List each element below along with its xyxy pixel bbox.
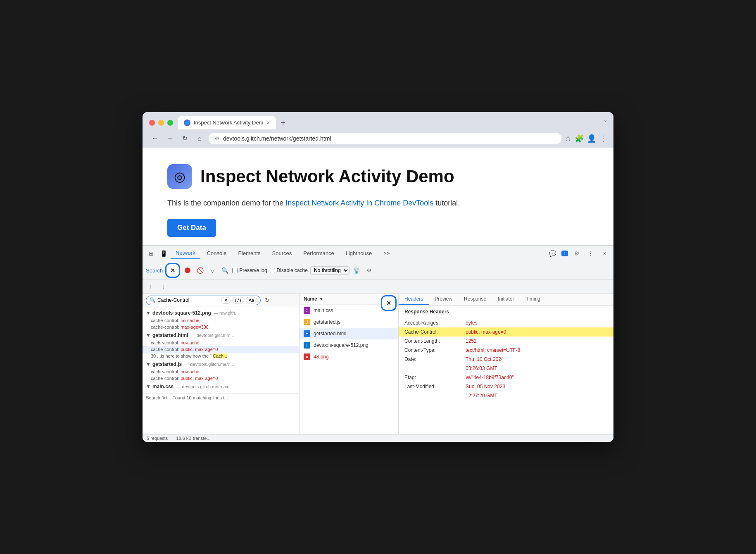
header-key-lm-empty bbox=[404, 393, 462, 399]
traffic-light-green[interactable] bbox=[167, 120, 173, 126]
tab-initiator[interactable]: Initiator bbox=[492, 294, 520, 305]
tab-performance[interactable]: Performance bbox=[298, 248, 339, 259]
url-security-icon: ⚙ bbox=[214, 135, 220, 142]
file-item-getstarted-js[interactable]: J getstarted.js bbox=[300, 316, 398, 328]
tab-preview[interactable]: Preview bbox=[429, 294, 458, 305]
file-list-sort-icon[interactable]: ▼ bbox=[319, 296, 324, 302]
regex-chip[interactable]: (.*) bbox=[232, 297, 244, 303]
case-chip[interactable]: Aa bbox=[246, 297, 257, 303]
value-h1: no-cache bbox=[181, 340, 199, 345]
device-mode-icon[interactable]: 📱 bbox=[158, 248, 169, 259]
search-network-icon[interactable]: 🔍 bbox=[220, 265, 230, 275]
extensions-icon[interactable]: 🧩 bbox=[575, 134, 584, 143]
disable-cache-checkbox[interactable] bbox=[270, 268, 275, 273]
group-css-arrow: ▼ bbox=[146, 384, 151, 389]
search-group-png-header[interactable]: ▼ devtools-square-512.png — raw.gith... bbox=[143, 309, 299, 317]
key-h1: cache-control: bbox=[151, 340, 181, 345]
filter-icon[interactable]: ▽ bbox=[207, 265, 217, 275]
get-data-button[interactable]: Get Data bbox=[167, 219, 216, 237]
back-button[interactable]: ← bbox=[149, 133, 161, 144]
search-group-css: ▼ main.css — devtools.glitch.me/main... bbox=[143, 382, 299, 391]
devtools-messages-icon: 💬 bbox=[547, 248, 558, 259]
file-item-png-512[interactable]: I devtools-square-512.png bbox=[300, 339, 398, 351]
regex-chip-text: (.*) bbox=[235, 298, 241, 303]
bookmark-icon[interactable]: ☆ bbox=[565, 134, 571, 143]
tab-more[interactable]: >> bbox=[378, 248, 395, 259]
record-stop-icon[interactable] bbox=[183, 265, 193, 275]
clear-icon[interactable]: 🚫 bbox=[195, 265, 205, 275]
reload-button[interactable]: ↻ bbox=[179, 133, 190, 144]
devtools-tutorial-link[interactable]: Inspect Network Activity In Chrome DevTo… bbox=[285, 199, 435, 207]
search-group-js: ▼ getstarted.js — devtools.glitch.me/n..… bbox=[143, 360, 299, 382]
new-tab-button[interactable]: + bbox=[278, 117, 289, 129]
browser-more-icon[interactable]: ⋮ bbox=[599, 134, 607, 143]
tab-network[interactable]: Network bbox=[171, 247, 200, 259]
header-value-last-modified: Sun, 05 Nov 2023 bbox=[466, 384, 608, 389]
export-har-icon[interactable]: ↓ bbox=[158, 282, 168, 291]
preserve-log-checkbox[interactable] bbox=[232, 268, 238, 273]
description-after: tutorial. bbox=[435, 199, 460, 207]
search-group-css-header[interactable]: ▼ main.css — devtools.glitch.me/main... bbox=[143, 382, 299, 391]
search-input[interactable] bbox=[157, 297, 219, 303]
traffic-lights bbox=[149, 120, 173, 126]
devtools-more-icon[interactable]: ⋮ bbox=[585, 248, 596, 259]
value-1: no-cache bbox=[181, 318, 199, 323]
traffic-light-red[interactable] bbox=[149, 120, 155, 126]
clear-search-chip[interactable]: ✕ bbox=[221, 297, 231, 304]
forward-button[interactable]: → bbox=[164, 133, 176, 144]
preserve-log-label[interactable]: Preserve log bbox=[232, 267, 267, 273]
group-js-filename: getstarted.js bbox=[152, 361, 182, 367]
header-key-accept-ranges: Accept-Ranges: bbox=[404, 320, 462, 326]
traffic-light-yellow[interactable] bbox=[158, 120, 164, 126]
network-settings-icon[interactable]: ⚙ bbox=[364, 265, 374, 275]
page-logo: ◎ bbox=[167, 164, 192, 189]
record-dot bbox=[185, 267, 190, 273]
group-css-filename: main.css bbox=[152, 384, 174, 389]
devtools-close-icon[interactable]: × bbox=[599, 248, 610, 259]
search-group-js-header[interactable]: ▼ getstarted.js — devtools.glitch.me/n..… bbox=[143, 360, 299, 368]
status-requests: 5 requests bbox=[147, 436, 168, 441]
file-item-getstarted-html[interactable]: H getstarted.html bbox=[300, 328, 398, 339]
tab-response[interactable]: Response bbox=[458, 294, 492, 305]
search-item-html-3: 30 ...is here to show how the " Cach... bbox=[143, 353, 299, 359]
search-close-button[interactable]: × bbox=[165, 263, 180, 278]
header-row-content-type: Content-Type: text/html; charset=UTF-8 bbox=[399, 346, 613, 355]
key-1: cache-control: bbox=[151, 318, 181, 323]
devtools-settings-icon[interactable]: ⚙ bbox=[571, 248, 582, 259]
tab-elements[interactable]: Elements bbox=[233, 248, 265, 259]
disable-cache-label[interactable]: Disable cache bbox=[270, 267, 308, 273]
address-actions: ☆ 🧩 👤 ⋮ bbox=[565, 134, 607, 143]
group-html-source: — devtools.glitch.m... bbox=[191, 333, 234, 338]
tab-console[interactable]: Console bbox=[202, 248, 232, 259]
search-item-js-1: cache-control: no-cache bbox=[143, 368, 299, 375]
tab-sources[interactable]: Sources bbox=[267, 248, 297, 259]
throttle-select[interactable]: No throttling bbox=[310, 266, 349, 275]
profile-avatar[interactable]: 👤 bbox=[587, 134, 596, 143]
value-j1: no-cache bbox=[181, 369, 199, 374]
file-item-48png[interactable]: ✕ 48.png bbox=[300, 351, 398, 363]
address-bar: ← → ↻ ⌂ ⚙ devtools.glitch.me/network/get… bbox=[143, 129, 613, 148]
active-tab[interactable]: 🌐 Inspect Network Activity Dem × bbox=[178, 116, 276, 129]
tab-headers[interactable]: Headers bbox=[399, 294, 429, 305]
panel-close-button[interactable]: × bbox=[381, 295, 397, 311]
search-item-png-1: cache-control: no-cache bbox=[143, 317, 299, 324]
header-row-date-time: 03:26:03 GMT bbox=[399, 364, 613, 373]
panel-close-icon: × bbox=[387, 299, 391, 308]
import-har-icon[interactable]: ↑ bbox=[146, 282, 156, 291]
search-status: Search fini... Found 10 matching lines i… bbox=[143, 393, 299, 402]
value-h2: public, max-age=0 bbox=[181, 347, 218, 352]
elements-inspector-icon[interactable]: ⊞ bbox=[146, 248, 157, 259]
header-value-cache-control: public, max-age=0 bbox=[466, 329, 608, 335]
search-link[interactable]: Search bbox=[146, 267, 163, 274]
group-png-arrow: ▼ bbox=[146, 310, 151, 316]
tab-close-button[interactable]: × bbox=[266, 119, 270, 126]
search-group-html-header[interactable]: ▼ getstarted.html — devtools.glitch.m... bbox=[143, 331, 299, 339]
devtools-badge: 1 bbox=[561, 251, 568, 256]
wifi-icon[interactable]: 📡 bbox=[352, 265, 362, 275]
tab-timing[interactable]: Timing bbox=[520, 294, 546, 305]
url-bar[interactable]: ⚙ devtools.glitch.me/network/getstarted.… bbox=[209, 133, 561, 144]
tab-lighthouse[interactable]: Lighthouse bbox=[341, 248, 377, 259]
home-button[interactable]: ⌂ bbox=[194, 133, 205, 144]
refresh-search-icon[interactable]: ↻ bbox=[262, 295, 272, 305]
network-toolbar2: ↑ ↓ bbox=[143, 280, 613, 294]
